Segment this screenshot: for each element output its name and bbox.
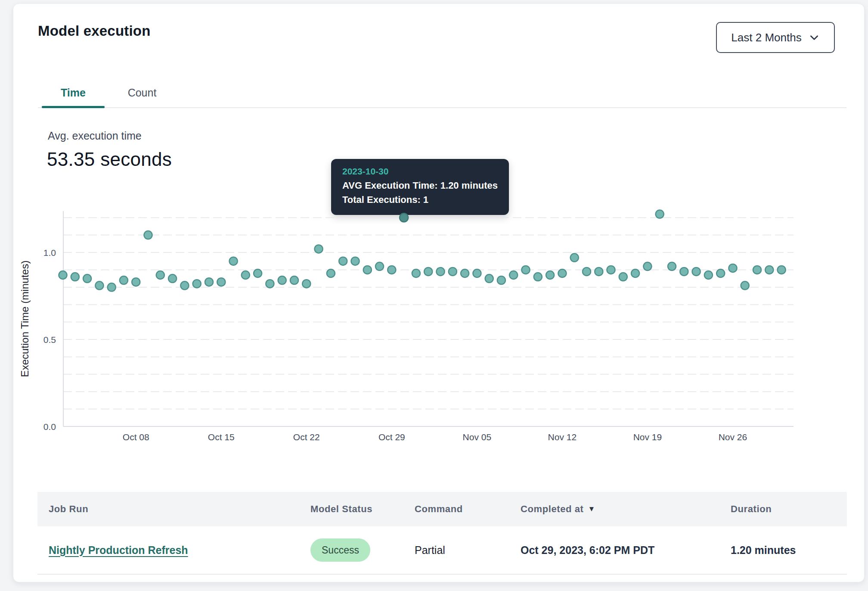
model-execution-card: Model execution Last 2 Months Time Count… xyxy=(13,3,865,582)
data-point[interactable] xyxy=(388,266,396,274)
job-run-link[interactable]: Nightly Production Refresh xyxy=(49,544,188,556)
data-point[interactable] xyxy=(570,254,579,262)
data-point[interactable] xyxy=(437,268,445,276)
column-header-command[interactable]: Command xyxy=(415,504,521,515)
data-point[interactable] xyxy=(583,268,591,276)
column-header-completed-at[interactable]: Completed at ▼ xyxy=(521,504,731,515)
data-point[interactable] xyxy=(193,280,201,288)
command-cell: Partial xyxy=(415,544,521,557)
tooltip-avg-line: AVG Execution Time: 1.20 minutes xyxy=(342,178,498,193)
data-point[interactable] xyxy=(120,276,128,284)
data-point[interactable] xyxy=(778,266,786,274)
data-point[interactable] xyxy=(95,281,103,289)
data-point[interactable] xyxy=(83,274,91,283)
data-point[interactable] xyxy=(205,278,213,286)
table-header-row: Job Run Model Status Command Completed a… xyxy=(37,492,847,526)
avg-execution-time-label: Avg. execution time xyxy=(48,130,142,142)
data-point[interactable] xyxy=(229,257,238,265)
status-badge: Success xyxy=(310,538,370,562)
data-point[interactable] xyxy=(144,231,152,239)
chart-tooltip: 2023-10-30 AVG Execution Time: 1.20 minu… xyxy=(331,159,509,215)
data-point[interactable] xyxy=(71,273,79,281)
sort-desc-icon: ▼ xyxy=(588,505,595,513)
data-point[interactable] xyxy=(546,271,554,279)
data-point[interactable] xyxy=(497,276,505,284)
data-point[interactable] xyxy=(716,269,725,277)
data-point[interactable] xyxy=(485,274,493,283)
data-point[interactable] xyxy=(375,262,384,271)
data-point[interactable] xyxy=(132,278,140,286)
tooltip-total-line: Total Executions: 1 xyxy=(342,193,498,207)
data-point[interactable] xyxy=(595,268,603,276)
data-point[interactable] xyxy=(302,280,310,288)
data-point[interactable] xyxy=(254,269,262,277)
data-point[interactable] xyxy=(180,281,189,289)
table-row: Nightly Production Refresh Success Parti… xyxy=(37,526,847,575)
data-point[interactable] xyxy=(461,269,469,277)
data-point[interactable] xyxy=(473,269,481,277)
data-point[interactable] xyxy=(327,269,335,277)
data-point[interactable] xyxy=(558,269,566,277)
data-point[interactable] xyxy=(741,281,749,289)
date-range-label: Last 2 Months xyxy=(731,31,801,44)
data-point[interactable] xyxy=(631,269,639,277)
duration-cell: 1.20 minutes xyxy=(731,544,847,557)
data-point[interactable] xyxy=(363,266,372,274)
chevron-down-icon xyxy=(809,32,820,43)
data-point[interactable] xyxy=(339,257,347,265)
data-point[interactable] xyxy=(643,262,651,271)
data-point[interactable] xyxy=(449,268,457,276)
completed-at-cell: Oct 29, 2023, 6:02 PM PDT xyxy=(521,544,731,557)
data-point[interactable] xyxy=(424,268,432,276)
data-point[interactable] xyxy=(156,271,164,279)
data-point[interactable] xyxy=(704,271,713,279)
data-point[interactable] xyxy=(668,262,676,271)
data-point[interactable] xyxy=(217,278,225,286)
column-header-job-run[interactable]: Job Run xyxy=(49,504,310,515)
data-point[interactable] xyxy=(168,274,177,283)
column-header-model-status[interactable]: Model Status xyxy=(310,504,415,515)
data-point[interactable] xyxy=(656,210,664,218)
tab-time[interactable]: Time xyxy=(42,81,105,107)
date-range-dropdown[interactable]: Last 2 Months xyxy=(716,22,835,53)
data-point[interactable] xyxy=(534,273,542,281)
data-point[interactable] xyxy=(351,257,360,265)
data-point[interactable] xyxy=(729,264,737,272)
column-header-duration[interactable]: Duration xyxy=(731,504,847,515)
data-point[interactable] xyxy=(59,271,67,279)
data-point[interactable] xyxy=(108,283,116,291)
data-point[interactable] xyxy=(619,273,627,281)
tooltip-date: 2023-10-30 xyxy=(342,166,498,177)
data-point[interactable] xyxy=(692,268,701,276)
avg-execution-time-value: 53.35 seconds xyxy=(47,149,172,170)
data-point[interactable] xyxy=(765,266,773,274)
tab-count[interactable]: Count xyxy=(111,81,174,107)
data-point[interactable] xyxy=(278,276,286,284)
job-run-table: Job Run Model Status Command Completed a… xyxy=(37,492,847,575)
data-point[interactable] xyxy=(753,266,761,274)
tab-bar: Time Count xyxy=(38,81,846,108)
data-point[interactable] xyxy=(509,271,518,279)
data-point[interactable] xyxy=(242,271,250,279)
page-title: Model execution xyxy=(38,23,151,39)
data-point[interactable] xyxy=(315,245,323,253)
data-point[interactable] xyxy=(266,280,274,288)
data-point[interactable] xyxy=(290,276,298,284)
data-point-highlighted[interactable] xyxy=(400,213,408,222)
data-point[interactable] xyxy=(607,266,615,274)
data-point[interactable] xyxy=(522,266,530,274)
data-point[interactable] xyxy=(412,269,420,277)
data-point[interactable] xyxy=(680,268,688,276)
